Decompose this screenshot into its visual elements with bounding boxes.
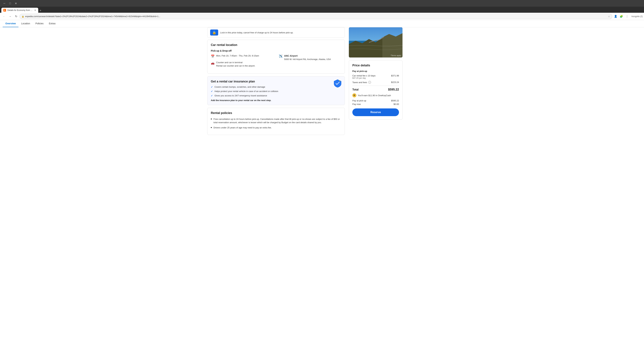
nav-tabs: Overview Location Policies Extras bbox=[0, 20, 644, 27]
policy-item-1-text: Free cancellation up to 24 hours before … bbox=[214, 117, 341, 124]
svg-point-1 bbox=[340, 81, 340, 81]
address-bar[interactable]: 🔒 expedia.com/carsearch/details?date1=2%… bbox=[20, 14, 612, 19]
calendar-icon: 📅 bbox=[211, 54, 214, 58]
lock-icon: 🔒 bbox=[22, 15, 24, 17]
svg-point-0 bbox=[339, 80, 340, 81]
pay-at-pickup-row-label: Pay at pick-up bbox=[352, 99, 366, 102]
onekey-row: K You'll earn $11.90 in OneKeyCash bbox=[352, 93, 399, 97]
rental-fee-label-text: Car rental fee x 10 days bbox=[352, 74, 376, 77]
menu-icon[interactable]: ⋮ bbox=[624, 14, 630, 19]
incognito-label: Incognito (2) bbox=[632, 14, 643, 19]
onekey-icon: K bbox=[352, 93, 356, 97]
taxes-fees-value: $223.24 bbox=[391, 81, 399, 83]
address-bar-row: ← → ↻ 🔒 expedia.com/carsearch/details?da… bbox=[0, 13, 644, 20]
address-bar-icons: ☆ bbox=[608, 15, 610, 18]
scenic-image-inner: *Terms apply bbox=[349, 27, 402, 57]
onekey-text: You'll earn $11.90 in OneKeyCash bbox=[358, 94, 391, 97]
url-text: expedia.com/carsearch/details?date1=2%2F… bbox=[25, 15, 607, 17]
total-label: Total bbox=[352, 88, 358, 91]
airport-address: 5000 W. Intl Airport Rd, Anchorage, Alas… bbox=[284, 58, 331, 60]
terminal-detail: Counter and car in terminal Rental car c… bbox=[216, 61, 255, 67]
pay-at-pickup-row: Pay at pick-up $595.22 bbox=[352, 99, 399, 102]
policies-title: Rental policies bbox=[211, 111, 341, 115]
location-row: 📅 Mon, Feb 19, 7:45am - Thu, Feb 29, 9:1… bbox=[211, 54, 341, 70]
tab-title: Details for Economy from Budg bbox=[8, 9, 33, 11]
airport-name: ANC Airport bbox=[284, 54, 298, 57]
rental-fee-per-day: $37.20 per day bbox=[352, 77, 391, 79]
pay-now-label: Pay now bbox=[352, 103, 361, 105]
insurance-item-1: ✓ Covers certain bumps, scratches, and o… bbox=[211, 86, 341, 88]
lock-icon: 🔒 bbox=[212, 30, 216, 34]
insurance-item-2-text: Helps protect your rental vehicle in cas… bbox=[214, 90, 278, 92]
rental-fee-row: Car rental fee x 10 days $37.20 per day … bbox=[352, 74, 399, 79]
taxes-info-icon[interactable]: i bbox=[368, 81, 371, 84]
rental-policies-card: Rental policies Free cancellation up to … bbox=[207, 108, 345, 135]
pay-now-row: Pay now $0.00 bbox=[352, 103, 399, 105]
check-icon-3: ✓ bbox=[211, 94, 213, 97]
terminal-item: 🚗 Counter and car in terminal Rental car… bbox=[211, 61, 273, 67]
svg-marker-5 bbox=[382, 33, 402, 57]
maximize-button[interactable]: □ bbox=[8, 1, 12, 6]
tab-close-icon[interactable]: ✕ bbox=[34, 9, 36, 11]
active-tab[interactable]: E Details for Economy from Budg ✕ bbox=[1, 8, 38, 13]
window-controls: ─ □ ✕ bbox=[2, 1, 18, 6]
tab-extras[interactable]: Extras bbox=[46, 20, 58, 27]
tab-favicon: E bbox=[3, 9, 6, 11]
back-button[interactable]: ← bbox=[1, 14, 7, 19]
page-content: Overview Location Policies Extras 🔒 Lock… bbox=[0, 20, 644, 362]
car-rental-location-title: Car rental location bbox=[211, 43, 341, 47]
shield-icon bbox=[333, 79, 342, 88]
close-button[interactable]: ✕ bbox=[14, 1, 18, 6]
minimize-button[interactable]: ─ bbox=[2, 1, 7, 6]
total-row: Total $595.22 bbox=[352, 88, 399, 91]
total-value: $595.22 bbox=[388, 88, 399, 91]
profile-icon[interactable]: 👤 bbox=[613, 14, 618, 19]
toolbar-right: 👤 🧩 ⋮ Incognito (2) bbox=[613, 14, 643, 19]
check-icon-2: ✓ bbox=[211, 90, 213, 93]
price-panel-title: Price details bbox=[352, 64, 399, 67]
tab-overview[interactable]: Overview bbox=[3, 20, 18, 27]
forward-button[interactable]: → bbox=[8, 14, 13, 19]
bullet-icon-1 bbox=[211, 118, 212, 119]
policy-list: Free cancellation up to 24 hours before … bbox=[211, 117, 341, 129]
taxes-fees-label-text: Taxes and fees bbox=[352, 81, 367, 84]
check-icon-1: ✓ bbox=[211, 86, 213, 88]
rental-fee-value: $371.98 bbox=[391, 74, 399, 77]
tab-policies[interactable]: Policies bbox=[33, 20, 46, 27]
pay-at-pickup-label: Pay at pick-up bbox=[352, 70, 399, 72]
right-column: *Terms apply Price details Pay at pick-u… bbox=[349, 27, 402, 138]
flight-icon: ✈️ bbox=[279, 54, 282, 58]
pickup-dropoff-label: Pick-up & Drop-off bbox=[211, 49, 341, 52]
datetime-item: 📅 Mon, Feb 19, 7:45am - Thu, Feb 29, 9:1… bbox=[211, 54, 273, 58]
extensions-icon[interactable]: 🧩 bbox=[619, 14, 624, 19]
taxes-fees-row: Taxes and fees i $223.24 bbox=[352, 81, 399, 84]
insurance-item-3-text: Gives you access to 24/7 emergency trave… bbox=[214, 94, 267, 97]
refresh-button[interactable]: ↻ bbox=[14, 14, 19, 19]
car-icon: 🚗 bbox=[211, 61, 214, 65]
scenic-svg bbox=[349, 27, 402, 57]
tab-bar: E Details for Economy from Budg ✕ + bbox=[0, 7, 644, 13]
lock-banner: 🔒 Lock in this price today, cancel free … bbox=[207, 27, 345, 38]
lock-text: Lock in this price today, cancel free of… bbox=[220, 31, 293, 34]
taxes-fees-label-wrap: Taxes and fees i bbox=[352, 81, 391, 84]
airport-item: ✈️ ANC Airport 5000 W. Intl Airport Rd, … bbox=[279, 54, 341, 61]
lock-icon-wrap: 🔒 bbox=[210, 29, 218, 35]
insurance-item-1-text: Covers certain bumps, scratches, and oth… bbox=[214, 86, 265, 88]
insurance-item-2: ✓ Helps protect your rental vehicle in c… bbox=[211, 90, 341, 93]
scenic-image: *Terms apply bbox=[349, 27, 402, 57]
svg-point-2 bbox=[340, 81, 340, 82]
tab-location[interactable]: Location bbox=[18, 20, 33, 27]
location-left: 📅 Mon, Feb 19, 7:45am - Thu, Feb 29, 9:1… bbox=[211, 54, 273, 70]
reserve-button[interactable]: Reserve bbox=[352, 108, 399, 116]
policy-item-1: Free cancellation up to 24 hours before … bbox=[211, 117, 341, 124]
terms-apply-label: *Terms apply bbox=[390, 54, 401, 56]
insurance-item-3: ✓ Gives you access to 24/7 emergency tra… bbox=[211, 94, 341, 97]
datetime-text: Mon, Feb 19, 7:45am - Thu, Feb 29, 9:15a… bbox=[216, 54, 259, 57]
bookmark-icon[interactable]: ☆ bbox=[608, 15, 610, 18]
left-column: 🔒 Lock in this price today, cancel free … bbox=[207, 27, 345, 138]
browser-chrome: ─ □ ✕ bbox=[0, 0, 644, 7]
new-tab-button[interactable]: + bbox=[38, 9, 43, 12]
taxes-label-inner: Taxes and fees i bbox=[352, 81, 391, 84]
terminal-line1: Counter and car in terminal bbox=[216, 61, 242, 64]
car-rental-location-card: Car rental location Pick-up & Drop-off 📅… bbox=[207, 40, 345, 73]
